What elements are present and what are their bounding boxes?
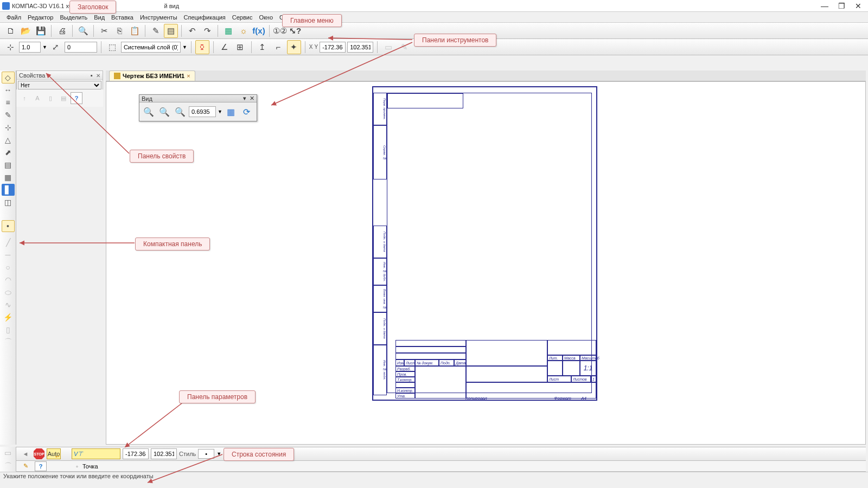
mode-label: Точка <box>82 463 98 470</box>
paste-button[interactable]: 📋 <box>127 24 142 38</box>
open-button[interactable]: 📂 <box>18 24 33 38</box>
arc-tool-icon[interactable]: ◠ <box>2 274 15 286</box>
copy-button[interactable]: ⎘ <box>112 24 126 38</box>
grid-button[interactable]: ⊞ <box>233 40 247 54</box>
close-button[interactable]: ✕ <box>855 2 861 10</box>
menu-window[interactable]: Окно <box>256 13 276 22</box>
window-title: КОМПАС-3D V16.1 x64 - Ч й вид <box>12 3 821 9</box>
snap-origin-button[interactable]: ⊹ <box>3 40 17 54</box>
library-manager-button[interactable]: ▦ <box>221 24 235 38</box>
scale-input[interactable] <box>19 42 41 53</box>
dimensions-group-icon[interactable]: ↔ <box>2 84 15 96</box>
prop-btn-2[interactable]: A <box>31 92 43 104</box>
prop-btn-1[interactable]: ↑ <box>18 92 30 104</box>
ellipse-tool-icon[interactable]: ⬭ <box>2 286 15 298</box>
menu-tools[interactable]: Инструменты <box>137 13 181 22</box>
zoom-fit-icon[interactable]: ▦ <box>224 105 238 119</box>
app-icon <box>2 2 10 10</box>
document-tab[interactable]: Чертеж БЕЗ ИМЕНИ1 × <box>109 70 195 81</box>
edit-button[interactable]: ✎ <box>397 40 411 54</box>
prev-icon[interactable]: ◄ <box>20 449 31 459</box>
menu-view[interactable]: Вид <box>91 13 108 22</box>
cut-button[interactable]: ✂ <box>97 24 111 38</box>
properties-close-icon[interactable]: ✕ <box>96 73 100 79</box>
magnet-snap-button[interactable]: ⧲ <box>195 40 209 54</box>
menu-select[interactable]: Выделить <box>56 13 91 22</box>
step-button[interactable]: ⤢ <box>49 40 63 54</box>
properties-select[interactable]: Нет <box>18 81 101 89</box>
rect-bottom-icon[interactable]: ▭ <box>2 447 15 458</box>
layer-select[interactable] <box>121 42 181 53</box>
reports-group-icon[interactable]: ▦ <box>2 171 15 183</box>
menu-insert[interactable]: Вставка <box>108 13 137 22</box>
segment-tool-icon[interactable]: ─ <box>2 249 15 261</box>
maximize-button[interactable]: ❐ <box>838 2 845 10</box>
callout-status: Строка состояния <box>224 448 294 461</box>
ruler-button[interactable]: ▭ <box>381 40 395 54</box>
prop-btn-4[interactable]: ▤ <box>58 92 69 104</box>
menu-service[interactable]: Сервис <box>229 13 256 22</box>
stop-button[interactable]: STOP <box>34 448 44 459</box>
params-group-icon[interactable]: ⊹ <box>2 121 15 133</box>
minimize-button[interactable]: — <box>821 2 828 10</box>
zoom-out-icon[interactable]: 🔍 <box>157 105 171 119</box>
fx-button[interactable]: f(x) <box>252 24 266 38</box>
prop-help-button[interactable]: ? <box>71 92 82 104</box>
layers-icon[interactable]: ⬚ <box>105 40 119 54</box>
views-group-icon[interactable]: ◫ <box>2 196 15 208</box>
refresh-icon[interactable]: ⟳ <box>240 105 254 119</box>
measure-group-icon[interactable]: △ <box>2 134 15 146</box>
zoom-in-icon[interactable]: 🔍 <box>142 105 156 119</box>
angle-snap-button[interactable]: ∠ <box>218 40 232 54</box>
properties-button[interactable]: ✎ <box>149 24 163 38</box>
select-group-icon[interactable]: ⬈ <box>2 146 15 158</box>
style-dropdown[interactable]: • <box>198 449 214 459</box>
view-floating-window[interactable]: Вид ▾✕ 🔍 🔍 🔍 ▼ ▦ ⟳ <box>139 94 257 121</box>
zoom-input[interactable] <box>189 106 216 117</box>
geometry-group-icon[interactable]: ◇ <box>2 72 15 84</box>
auto-button[interactable]: Auto↩ <box>47 448 61 459</box>
save-button[interactable]: 💾 <box>34 24 48 38</box>
rect-tool-icon[interactable]: ▯ <box>2 324 15 336</box>
new-button[interactable]: 🗋 <box>3 24 17 38</box>
circle-tool-icon[interactable]: ○ <box>2 261 15 273</box>
spec-group-icon[interactable]: ▤ <box>2 159 15 171</box>
arc-bottom-icon[interactable]: ⌒ <box>2 460 15 472</box>
annotations-group-icon[interactable]: ≡ <box>2 97 15 108</box>
line-tool-icon[interactable]: ╱ <box>2 236 15 248</box>
status-tab-bar: ✎ ? ◦ Точка <box>16 461 866 472</box>
param-y-input[interactable] <box>151 448 177 459</box>
ortho-button[interactable]: ⌐ <box>271 40 285 54</box>
bezier-tool-icon[interactable]: ⚡ <box>2 311 15 323</box>
brush-icon[interactable]: ✎ <box>20 461 31 471</box>
print-button[interactable]: 🖨 <box>55 24 69 38</box>
spline-tool-icon[interactable]: ∿ <box>2 299 15 311</box>
menu-editor[interactable]: Редактор <box>24 13 56 22</box>
callout-mainmenu: Главное меню <box>282 14 342 27</box>
param-x-input[interactable] <box>123 448 149 459</box>
tab-close-icon[interactable]: × <box>187 73 190 79</box>
step-input[interactable] <box>65 42 97 53</box>
menubar: Файл Редактор Выделить Вид Вставка Инстр… <box>0 12 868 23</box>
format-button[interactable]: ▤ <box>164 24 178 38</box>
variables-button[interactable]: ☼ <box>237 24 251 38</box>
round-button[interactable]: ✦ <box>287 40 301 54</box>
view-window-close-icon[interactable]: ✕ <box>250 95 254 101</box>
callout-compact: Компактная панель <box>135 237 210 251</box>
zoom-region-icon[interactable]: 🔍 <box>173 105 187 119</box>
point-tool-icon[interactable]: • <box>2 220 15 232</box>
local-cs-button[interactable]: ↥ <box>256 40 270 54</box>
help-icon[interactable]: ? <box>35 461 47 471</box>
menu-file[interactable]: Файл <box>3 13 24 22</box>
prop-btn-3[interactable]: ▯ <box>44 92 56 104</box>
menu-spec[interactable]: Спецификация <box>181 13 229 22</box>
parameters-bar: ◄ STOP Auto↩ V⊤ Стиль • ▼ <box>16 447 866 461</box>
insert-group-icon[interactable]: ▋ <box>2 184 15 196</box>
preview-button[interactable]: 🔍 <box>76 24 90 38</box>
undo-button[interactable]: ↶ <box>185 24 199 38</box>
redo-button[interactable]: ↷ <box>200 24 214 38</box>
callout-title: Заголовок <box>69 1 116 14</box>
properties-toolbar: ↑ A ▯ ▤ ? <box>16 89 103 107</box>
fillet-tool-icon[interactable]: ⌒ <box>2 336 15 348</box>
edit-group-icon[interactable]: ✎ <box>2 109 15 121</box>
